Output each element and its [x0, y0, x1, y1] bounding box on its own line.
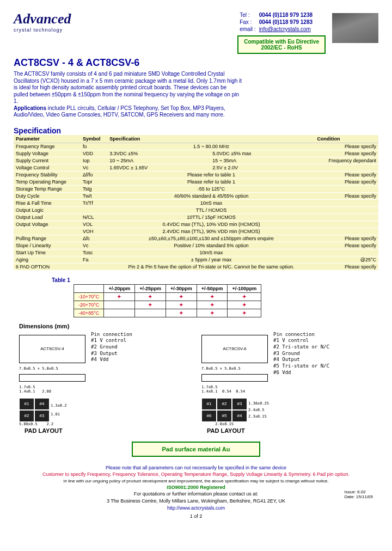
spec-row: Output LoadN/CL10TTL / 15pF HCMOS — [14, 213, 378, 221]
pad-surface-box: Pad surface material Au — [132, 442, 260, 457]
email-link[interactable]: info@actcrystals.com — [259, 26, 311, 32]
pin-connection-6: Pin connection #1 V control#2 Tri-state … — [273, 332, 329, 389]
table1: +/-20ppm+/-25ppm+/-30ppm+/-50ppm+/-100pp… — [74, 284, 261, 317]
spec-row: AgingFa± 5ppm / year max@25°C — [14, 256, 378, 263]
chip6-outline: ACT8CSV-6 — [201, 335, 268, 363]
contact-block: Tel :0044 (0)118 979 1238 Fax :0044 (0)1… — [237, 11, 326, 54]
spec-row: Output VoltageVOL0.4VDC max (TTL), 10% V… — [14, 221, 378, 228]
product-description: The ACT8CSV family consists of 4 and 6 p… — [14, 71, 242, 119]
tagline: crystal technology — [14, 27, 71, 33]
spec-row: Frequency StabilityΔf/foPlease refer to … — [14, 171, 378, 178]
spec-row: Start Up TimeTosc10mS max — [14, 249, 378, 256]
spec-row: VOH2.4VDC max (TTL), 90% VDD min (HCMOS) — [14, 228, 378, 235]
dimension-diagrams: ACT8CSV-4 7.0±0.5 × 5.0±0.5 1.7±0.5 Pin … — [14, 332, 378, 434]
page-number: 1 of 2 — [14, 513, 378, 519]
spec-row: Frequency Rangefo1.5 ~ 80.00 MHzPlease s… — [14, 143, 378, 150]
footer-notes: Please note that all parameters can not … — [14, 464, 378, 512]
spec-row: Supply VoltageVDD3.3VDC ±5%5.0VDC ±5% ma… — [14, 150, 378, 157]
spec-row: Rise & Fall TimeTr/Tf10nS max — [14, 199, 378, 206]
rohs-badge: Compatible with Eu Directive 2002/EC - R… — [237, 35, 326, 54]
table1-row: -10+70°C✦✦✦✦✦ — [74, 292, 261, 301]
dimensions-title: Dimensions (mm) — [19, 323, 378, 329]
spec-row: Supply CurrentIop10 ~ 25mA15 ~ 35mAFrequ… — [14, 157, 378, 164]
pin-connection-4: Pin connection #1 V control#2 Ground#3 O… — [91, 332, 132, 389]
spec-table: ParameterSymbolSpecificationCondition Fr… — [14, 135, 378, 271]
pad-layout-label-6: PAD LAYOUT — [207, 427, 373, 434]
spec-row: Output LogicTTL / HCMOS — [14, 206, 378, 213]
pad-layout-label-4: PAD LAYOUT — [24, 427, 191, 434]
website-link[interactable]: http://www.actcrystals.com — [167, 505, 225, 511]
table1-row: -40+85°C✦✦✦ — [74, 309, 261, 317]
spec-title: Specification — [14, 126, 378, 135]
side-view-6 — [201, 374, 268, 382]
chip-photo — [332, 13, 378, 43]
table1-row: -20+70°C✦✦✦✦ — [74, 301, 261, 309]
chip4-outline: ACT8CSV-4 — [19, 335, 85, 363]
spec-row: Duty CycleTw/t40/60% standard & 45/55% o… — [14, 192, 378, 199]
product-title: ACT8CSV - 4 & ACT8CSV-6 — [14, 57, 378, 69]
company-logo: Advanced — [14, 11, 71, 27]
spec-row: Temp Operating RangeToprPlease refer to … — [14, 178, 378, 185]
spec-row: Slope / LinearityVcPositive / 10% standa… — [14, 242, 378, 249]
side-view-4 — [19, 374, 85, 382]
issue-block: Issue: 8.02 Date: 15/11/05 — [345, 489, 373, 499]
spec-row: Pulling RangeΔfc±50,±60,±75,±80,±100,±13… — [14, 235, 378, 242]
spec-row: Storage Temp RangeTstg-55 to 125°C — [14, 185, 378, 192]
pad-layout-4: #1#4 #2#3 1.3±0.21.81 — [19, 398, 191, 422]
spec-row: 6 PAD OPTIONPin 2 & Pin 5 have the optio… — [14, 263, 378, 270]
pad-layout-6: #1#2#3 #6#5#4 1.38±0.252.4±0.52.3±0.15 — [201, 398, 373, 422]
table1-title: Table 1 — [52, 277, 378, 283]
spec-row: Voltage ControlVc1.65VDC ± 1.65V2.5V ± 2… — [14, 164, 378, 171]
